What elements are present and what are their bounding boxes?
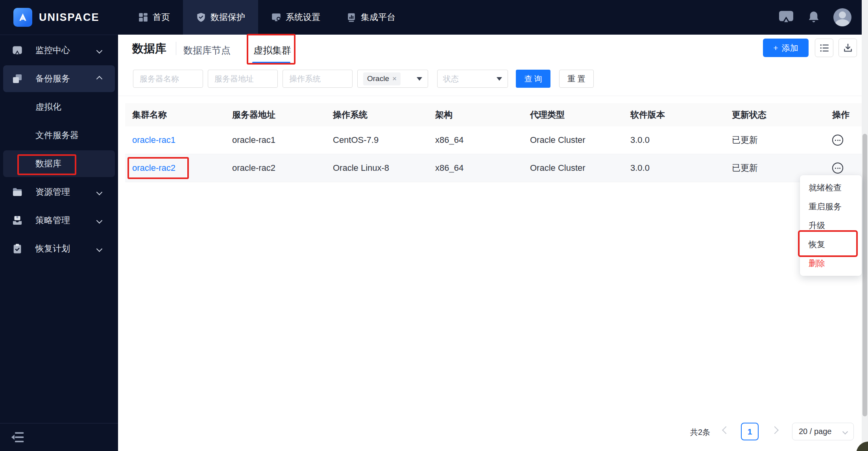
chevron-down-icon [96, 47, 103, 54]
integration-platform-icon [346, 12, 356, 22]
cell-version: 3.0.0 [630, 163, 732, 173]
col-actions: 操作 [832, 109, 862, 121]
os-input[interactable] [283, 70, 353, 88]
sidebar-item-backup-service[interactable]: 备份服务 [0, 65, 118, 93]
page-size-value: 20 / page [799, 427, 831, 436]
page-size-select[interactable]: 20 / page [792, 423, 854, 440]
cell-os: CentOS-7.9 [333, 135, 435, 145]
cluster-link-oracle-rac2[interactable]: oracle-rac2 [132, 163, 175, 173]
col-update-status: 更新状态 [732, 109, 832, 121]
sidebar-item-label: 监控中心 [35, 44, 70, 56]
select-caret-icon [417, 77, 422, 81]
topbar-right [778, 0, 851, 35]
pagination-next-icon[interactable] [771, 426, 779, 434]
chevron-down-icon [96, 217, 103, 224]
cell-version: 3.0.0 [630, 135, 732, 145]
select-caret-icon [497, 77, 502, 81]
list-icon [819, 43, 829, 53]
pagination-page-1[interactable]: 1 [741, 423, 759, 440]
cluster-link-oracle-rac1[interactable]: oracle-rac1 [132, 135, 175, 145]
status-select[interactable]: 状态 [437, 70, 508, 88]
download-button[interactable] [838, 39, 857, 57]
cell-server-address: oracle-rac1 [232, 135, 333, 145]
cell-arch: x86_64 [435, 163, 530, 173]
clipboard-check-icon [12, 243, 23, 254]
sidebar-item-resource-management[interactable]: 资源管理 [0, 178, 118, 206]
cell-agent-type: Oracle Cluster [530, 163, 630, 173]
chevron-down-icon [96, 246, 103, 252]
sidebar-item-virtualization[interactable]: 虚拟化 [0, 93, 118, 121]
topnav-item-home[interactable]: 首页 [125, 0, 183, 35]
sidebar-item-policy-management[interactable]: 策略管理 [0, 206, 118, 235]
cell-os: Oracle Linux-8 [333, 163, 435, 173]
server-address-input[interactable] [208, 70, 278, 88]
user-avatar[interactable] [833, 8, 851, 26]
topnav-item-integration-platform[interactable]: 集成平台 [333, 0, 408, 35]
pagination-total: 共2条 [690, 427, 710, 438]
scrollbar-thumb[interactable] [862, 134, 867, 416]
row-actions-menu: 就绪检查 重启服务 升级 恢复 删除 [800, 175, 862, 276]
sidebar-item-label: 资源管理 [35, 186, 70, 198]
sidebar-item-recovery-plan[interactable]: 恢复计划 [0, 235, 118, 263]
dashboard-icon [138, 12, 148, 22]
pagination-prev-icon[interactable] [722, 426, 730, 434]
row-actions-more-icon[interactable] [832, 135, 843, 146]
menu-item-upgrade[interactable]: 升级 [800, 216, 862, 235]
collapse-sidebar-icon[interactable] [10, 431, 26, 445]
list-view-button[interactable] [815, 39, 833, 57]
archive-save-icon [12, 215, 23, 226]
page-title: 数据库 [132, 41, 166, 57]
server-name-input[interactable] [133, 70, 203, 88]
col-agent-type: 代理类型 [530, 109, 630, 121]
col-arch: 架构 [435, 109, 530, 121]
menu-item-delete[interactable]: 删除 [800, 254, 862, 273]
row-actions-more-icon[interactable] [832, 163, 843, 174]
col-cluster-name: 集群名称 [132, 109, 232, 121]
sidebar-item-database[interactable]: 数据库 [0, 150, 118, 178]
status-select-placeholder: 状态 [443, 74, 459, 84]
reset-button[interactable]: 重 置 [559, 70, 594, 88]
tag-close-icon[interactable]: × [392, 74, 397, 83]
table-row: oracle-rac2 oracle-rac2 Oracle Linux-8 x… [125, 154, 862, 182]
query-button[interactable]: 查 询 [516, 70, 550, 88]
avatar-body-shape [835, 19, 850, 26]
topnav-label: 首页 [153, 11, 170, 23]
sidebar-item-label: 备份服务 [35, 73, 70, 85]
brand-name: UNISPACE [39, 11, 100, 24]
tab-virtual-cluster[interactable]: 虚拟集群 [253, 44, 291, 57]
menu-item-restore[interactable]: 恢复 [800, 235, 862, 254]
add-button[interactable]: + 添加 [763, 39, 809, 57]
menu-item-readiness-check[interactable]: 就绪检查 [800, 178, 862, 197]
table-header-row: 集群名称 服务器地址 操作系统 架构 代理类型 软件版本 更新状态 操作 [125, 103, 862, 126]
screen-share-icon[interactable] [778, 10, 794, 24]
sidebar: 监控中心 备份服务 虚拟化 文件服务器 数据库 资源管理 策略管理 [0, 35, 118, 451]
top-nav: 首页 数据保护 系统设置 集成平台 [125, 0, 408, 35]
topnav-label: 数据保护 [211, 11, 245, 23]
chevron-down-icon [96, 189, 103, 195]
title-divider [176, 42, 176, 55]
sidebar-footer-divider [0, 423, 118, 423]
cell-arch: x86_64 [435, 135, 530, 145]
tab-database-nodes[interactable]: 数据库节点 [183, 44, 231, 57]
sidebar-item-label: 策略管理 [35, 214, 70, 226]
avatar-head-shape [839, 11, 846, 18]
monitor-icon [12, 45, 23, 56]
notification-bell-icon[interactable] [807, 10, 820, 24]
cell-update-status: 已更新 [732, 162, 832, 174]
cell-update-status: 已更新 [732, 134, 832, 146]
db-type-tag: Oracle × [363, 72, 401, 85]
db-type-select[interactable]: Oracle × [357, 70, 428, 88]
sidebar-item-monitor-center[interactable]: 监控中心 [0, 36, 118, 65]
sidebar-item-file-server[interactable]: 文件服务器 [0, 121, 118, 150]
col-os: 操作系统 [333, 109, 435, 121]
col-software-version: 软件版本 [630, 109, 732, 121]
floating-widget-button[interactable] [856, 442, 868, 451]
topnav-item-system-settings[interactable]: 系统设置 [258, 0, 333, 35]
sidebar-item-label: 数据库 [35, 158, 61, 170]
sidebar-item-label: 恢复计划 [35, 243, 70, 255]
chevron-down-icon [842, 429, 848, 434]
folder-icon [12, 187, 23, 198]
menu-item-restart-service[interactable]: 重启服务 [800, 197, 862, 216]
topnav-item-data-protection[interactable]: 数据保护 [183, 0, 258, 35]
table-row: oracle-rac1 oracle-rac1 CentOS-7.9 x86_6… [125, 126, 862, 154]
